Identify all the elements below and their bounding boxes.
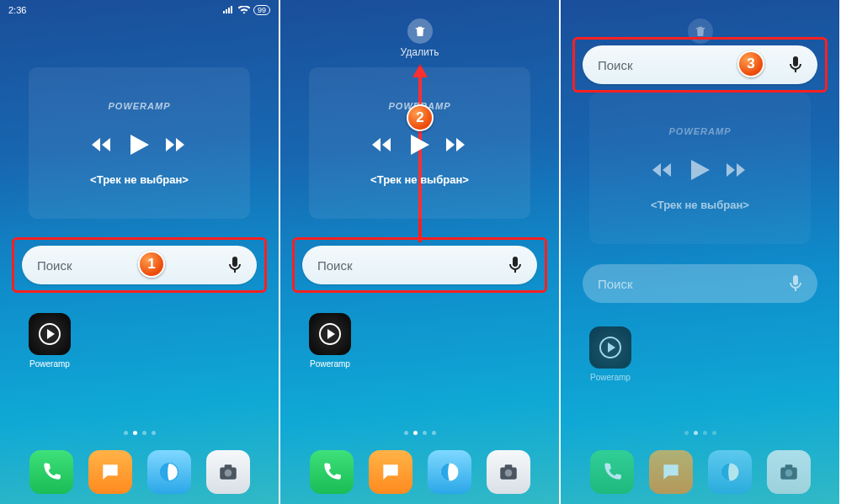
app-label: Poweramp (310, 359, 350, 369)
play-icon[interactable] (691, 160, 710, 180)
trash-icon (407, 19, 433, 44)
svg-rect-15 (785, 464, 792, 468)
page-indicator (0, 431, 279, 435)
music-track-label: <Трек не выбран> (651, 199, 749, 211)
rewind-icon[interactable] (372, 137, 394, 152)
forward-icon[interactable] (446, 137, 468, 152)
music-track-label: <Трек не выбран> (370, 173, 469, 186)
music-widget[interactable]: POWERAMP <Трек не выбран> (309, 67, 530, 219)
music-widget[interactable]: POWERAMP <Трек не выбран> (29, 67, 250, 219)
svg-rect-5 (224, 464, 232, 468)
rewind-icon[interactable] (92, 137, 114, 152)
screenshot-panel-3: Удалить Поиск 3 POWERAMP <Трек не выбран… (561, 0, 841, 504)
search-placeholder: Поиск (317, 258, 508, 273)
dock-phone-icon[interactable] (310, 450, 354, 494)
dock-phone-icon[interactable] (590, 450, 634, 494)
app-icon-poweramp[interactable]: Poweramp (309, 313, 351, 369)
step-badge-1: 1 (138, 251, 165, 278)
music-widget[interactable]: POWERAMP <Трек не выбран> (589, 93, 811, 244)
svg-point-14 (785, 470, 792, 477)
search-widget-ghost: Поиск (583, 264, 817, 303)
app-label: Poweramp (590, 373, 631, 382)
rewind-icon[interactable] (652, 162, 674, 178)
wifi-icon (238, 6, 250, 14)
play-icon[interactable] (411, 135, 429, 155)
screenshot-panel-2: Удалить POWERAMP <Трек не выбран> Поиск … (280, 0, 561, 504)
app-icon-poweramp[interactable]: Poweramp (29, 313, 71, 369)
delete-drop-zone[interactable]: Удалить (280, 19, 559, 58)
dock-browser-icon[interactable] (147, 450, 191, 494)
dock (280, 450, 559, 494)
dock (0, 450, 279, 494)
music-controls (92, 135, 188, 155)
status-bar: 2:36 99 (0, 0, 279, 20)
dock-phone-icon[interactable] (29, 450, 73, 494)
battery-indicator: 99 (253, 5, 270, 15)
forward-icon[interactable] (166, 137, 188, 152)
dock-messages-icon[interactable] (369, 450, 413, 494)
microphone-icon[interactable] (508, 257, 522, 273)
music-controls (652, 160, 748, 180)
screenshot-panel-1: 2:36 99 POWERAMP <Трек не выбран> Поиск … (0, 0, 280, 504)
dock (561, 450, 839, 494)
microphone-icon (789, 275, 802, 292)
music-track-label: <Трек не выбран> (90, 173, 189, 186)
dock-camera-icon[interactable] (767, 450, 811, 494)
step-badge-3: 3 (737, 50, 764, 77)
status-time: 2:36 (8, 5, 26, 15)
app-icon-poweramp[interactable]: Poweramp (589, 326, 631, 382)
music-brand: POWERAMP (109, 101, 171, 111)
svg-point-4 (224, 470, 232, 477)
microphone-icon[interactable] (228, 257, 242, 273)
page-indicator (280, 431, 559, 435)
music-controls (372, 135, 468, 155)
status-indicators: 99 (223, 5, 270, 15)
music-brand: POWERAMP (669, 126, 732, 136)
dock-browser-icon[interactable] (708, 450, 752, 494)
signal-icon (223, 6, 235, 14)
search-placeholder: Поиск (598, 277, 789, 291)
svg-rect-10 (504, 464, 512, 468)
page-indicator (561, 431, 839, 435)
delete-label: Удалить (401, 46, 439, 58)
search-widget[interactable]: Поиск (302, 246, 537, 284)
svg-point-9 (504, 470, 512, 477)
step-badge-2: 2 (407, 104, 434, 131)
forward-icon[interactable] (727, 162, 748, 178)
dock-camera-icon[interactable] (206, 450, 250, 494)
search-placeholder: Поиск (37, 258, 228, 273)
app-label: Poweramp (29, 359, 70, 369)
dock-camera-icon[interactable] (487, 450, 530, 494)
trash-icon (688, 19, 713, 44)
search-widget-dragged[interactable]: Поиск (583, 45, 817, 84)
dock-browser-icon[interactable] (428, 450, 471, 494)
dock-messages-icon[interactable] (649, 450, 693, 494)
microphone-icon[interactable] (789, 56, 802, 73)
play-icon[interactable] (130, 135, 149, 155)
dock-messages-icon[interactable] (88, 450, 132, 494)
